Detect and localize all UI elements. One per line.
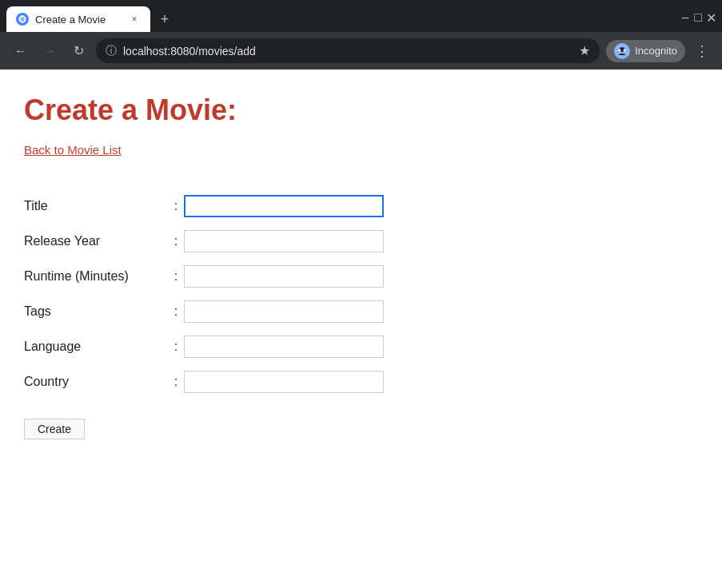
form-colon: : — [168, 340, 184, 354]
url-text: localhost:8080/movies/add — [123, 45, 572, 58]
svg-point-5 — [624, 49, 626, 51]
form-colon: : — [168, 234, 184, 248]
tab-close-button[interactable]: × — [128, 13, 141, 26]
form-input-title[interactable] — [184, 195, 384, 217]
back-button[interactable]: ← — [10, 40, 32, 62]
create-movie-form: Title:Release Year:Runtime (Minutes):Tag… — [24, 195, 698, 393]
form-colon: : — [168, 375, 184, 389]
form-input-runtime-minutes[interactable] — [184, 265, 384, 288]
new-tab-button[interactable]: + — [154, 8, 176, 30]
form-input-release-year[interactable] — [184, 230, 384, 252]
form-row: Country: — [24, 371, 698, 393]
nav-bar: ← → ↻ ⓘ localhost:8080/movies/add ★ Inco… — [0, 32, 722, 70]
close-window-button[interactable]: ✕ — [706, 13, 716, 22]
maximize-button[interactable]: □ — [693, 13, 703, 22]
form-colon: : — [168, 269, 184, 284]
form-input-language[interactable] — [184, 336, 384, 358]
create-button[interactable]: Create — [24, 419, 85, 439]
incognito-label: Incognito — [635, 45, 677, 57]
form-colon: : — [168, 199, 184, 213]
form-input-country[interactable] — [184, 371, 384, 393]
form-row: Language: — [24, 336, 698, 358]
form-label-language: Language — [24, 340, 168, 354]
tab-title: Create a Movie — [35, 14, 122, 26]
menu-button[interactable]: ⋮ — [692, 39, 712, 63]
browser-chrome: Create a Movie × + – □ ✕ ← → ↻ ⓘ localho… — [0, 0, 722, 70]
address-bar[interactable]: ⓘ localhost:8080/movies/add ★ — [96, 38, 600, 63]
reload-button[interactable]: ↻ — [67, 40, 90, 62]
incognito-badge: Incognito — [606, 40, 685, 62]
form-row: Runtime (Minutes): — [24, 265, 698, 288]
form-row: Title: — [24, 195, 698, 217]
form-input-tags[interactable] — [184, 300, 384, 323]
bookmark-icon[interactable]: ★ — [579, 43, 590, 58]
form-label-release-year: Release Year — [24, 234, 168, 248]
browser-tab[interactable]: Create a Movie × — [6, 6, 150, 32]
info-icon: ⓘ — [106, 44, 117, 58]
form-label-runtime-minutes: Runtime (Minutes) — [24, 269, 168, 284]
form-row: Release Year: — [24, 230, 698, 252]
svg-point-4 — [619, 49, 621, 51]
page-title: Create a Movie: — [24, 93, 698, 127]
incognito-icon — [614, 43, 630, 59]
form-label-country: Country — [24, 375, 168, 389]
form-label-title: Title — [24, 199, 168, 213]
page-content: Create a Movie: Back to Movie List Title… — [0, 70, 722, 588]
form-colon: : — [168, 304, 184, 319]
window-controls: – □ ✕ — [680, 13, 716, 26]
back-to-movie-list-link[interactable]: Back to Movie List — [24, 143, 122, 157]
tab-favicon — [16, 13, 29, 26]
title-bar: Create a Movie × + – □ ✕ — [0, 0, 722, 32]
forward-button[interactable]: → — [38, 40, 61, 62]
form-label-tags: Tags — [24, 304, 168, 319]
minimize-button[interactable]: – — [680, 13, 690, 22]
form-row: Tags: — [24, 300, 698, 323]
